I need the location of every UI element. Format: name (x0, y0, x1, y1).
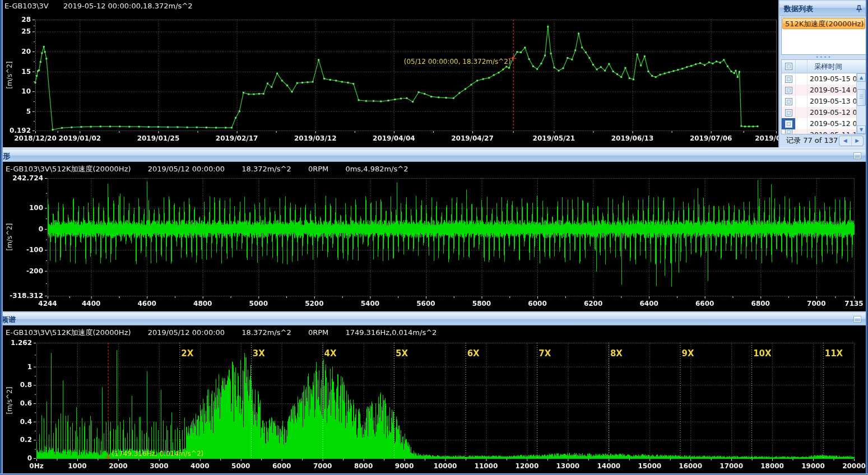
waveform-datetime-label: 2019/05/12 00:00:00 (148, 165, 225, 173)
waveform-panel: E-GB103\3V\512K加速度(20000Hz) 2019/05/12 0… (0, 162, 868, 311)
records-bar: 记录 77 of 137 ◀ ▶ (779, 134, 868, 147)
row-gap-cell (796, 118, 807, 129)
row-gap-cell (796, 107, 807, 118)
checkbox-icon (785, 109, 792, 117)
table-row[interactable]: 2019-05-12 01 (782, 107, 856, 118)
scroll-up-button[interactable]: ▲ (857, 73, 866, 82)
spectrum-source-label: E-GB103\3V\512K加速度(20000Hz) (6, 328, 131, 337)
scroll-thumb[interactable] (857, 89, 866, 106)
spectrum-amplitude-label: 18.372m/s^2 (242, 328, 291, 337)
table-row[interactable]: 2019-05-13 01 (782, 96, 856, 107)
row-time-label: 2019-05-12 00 (807, 118, 856, 129)
spectrum-header: E-GB103\3V\512K加速度(20000Hz) 2019/05/12 0… (6, 328, 451, 338)
records-nav: ◀ ▶ (839, 136, 864, 146)
row-checkbox[interactable] (782, 85, 796, 96)
minimize-icon[interactable] (854, 153, 861, 159)
row-checkbox[interactable] (782, 129, 796, 134)
select-all-checkbox[interactable] (782, 60, 796, 73)
checkbox-icon (785, 63, 792, 70)
table-header-row: 采样时间 (782, 60, 866, 73)
spectrum-title: 频谱 (1, 314, 16, 325)
checkbox-icon (785, 76, 792, 83)
waveform-rpm-label: 0RPM (308, 165, 328, 173)
waveform-cursor-label: 0ms,4.982m/s^2 (345, 165, 408, 173)
row-gap-cell (796, 85, 807, 96)
table-row[interactable]: 2019-05-15 00 (782, 73, 856, 85)
window-border-left (0, 0, 3, 475)
checkbox-icon (785, 120, 792, 128)
spectrum-datetime-label: 2019/05/12 00:00:00 (148, 328, 225, 337)
row-gap-cell (796, 73, 807, 85)
scroll-down-button[interactable]: ▼ (857, 125, 866, 134)
data-list-sidebar: 数据列表 512K加速度(20000Hz) •••• 采样时间 2019-05-… (778, 0, 868, 147)
sidebar-title: 数据列表 (784, 4, 813, 14)
spectrum-cursor-label: 1749.316Hz,0.014m/s^2 (345, 328, 437, 337)
table-row[interactable]: 2019-05-11 10 (782, 129, 856, 134)
channel-item-512k[interactable]: 512K加速度(20000Hz) (782, 18, 865, 29)
table-header-label: 采样时间 (807, 60, 866, 73)
waveform-titlebar: 波形 (0, 150, 868, 162)
table-row[interactable]: 2019-05-12 00 (782, 118, 856, 129)
trend-chart-canvas[interactable] (3, 0, 778, 147)
row-checkbox[interactable] (782, 73, 796, 85)
window-border-right (866, 0, 868, 475)
trend-timestamp-label: 2019-05-12 00:00:00,18.372m/s^2 (63, 2, 193, 10)
row-gap-cell (796, 96, 807, 107)
row-checkbox[interactable] (782, 96, 796, 107)
row-time-label: 2019-05-12 01 (807, 107, 856, 118)
sidebar-splitter[interactable]: •••• (779, 55, 868, 59)
row-time-label: 2019-05-14 00 (807, 85, 856, 96)
spectrum-titlebar: 频谱 (0, 313, 868, 325)
top-row: E-GB103\3V 2019-05-12 00:00:00,18.372m/s… (0, 0, 868, 147)
row-time-label: 2019-05-11 10 (807, 129, 856, 134)
trend-panel: E-GB103\3V 2019-05-12 00:00:00,18.372m/s… (0, 0, 778, 147)
spectrum-chart-canvas[interactable] (3, 325, 868, 473)
row-time-label: 2019-05-15 00 (807, 73, 856, 85)
trend-station-label: E-GB103\3V (4, 2, 49, 10)
pin-icon[interactable] (856, 5, 862, 13)
checkbox-icon (785, 87, 792, 94)
row-gap-cell (796, 129, 807, 134)
checkbox-icon (785, 129, 792, 134)
waveform-chart-canvas[interactable] (3, 162, 868, 311)
sample-time-table: 采样时间 2019-05-15 002019-05-14 002019-05-1… (781, 59, 866, 134)
trend-header: E-GB103\3V 2019-05-12 00:00:00,18.372m/s… (4, 2, 205, 10)
waveform-source-label: E-GB103\3V\512K加速度(20000Hz) (6, 165, 131, 173)
row-checkbox[interactable] (782, 107, 796, 118)
row-time-label: 2019-05-13 01 (807, 96, 856, 107)
minimize-icon[interactable] (854, 316, 861, 322)
table-row[interactable]: 2019-05-14 00 (782, 85, 856, 96)
spectrum-rpm-label: 0RPM (308, 328, 328, 337)
records-prev-button[interactable]: ◀ (839, 136, 852, 146)
spectrum-panel: E-GB103\3V\512K加速度(20000Hz) 2019/05/12 0… (0, 325, 868, 473)
vibration-analysis-app: E-GB103\3V 2019-05-12 00:00:00,18.372m/s… (0, 0, 868, 475)
records-label: 记录 77 of 137 (786, 136, 838, 145)
splitter-grip-icon: •••• (815, 56, 832, 58)
waveform-amplitude-label: 18.372m/s^2 (242, 165, 291, 173)
table-rows: 2019-05-15 002019-05-14 002019-05-13 012… (782, 73, 856, 134)
sidebar-titlebar: 数据列表 (779, 0, 868, 16)
checkbox-icon (785, 98, 792, 105)
waveform-header: E-GB103\3V\512K加速度(20000Hz) 2019/05/12 0… (6, 164, 423, 174)
row-checkbox[interactable] (782, 118, 796, 129)
table-header-gap (796, 60, 807, 73)
records-next-button[interactable]: ▶ (852, 136, 864, 146)
table-scrollbar[interactable]: ▲ ▼ (856, 73, 866, 134)
channel-list: 512K加速度(20000Hz) (781, 17, 866, 55)
